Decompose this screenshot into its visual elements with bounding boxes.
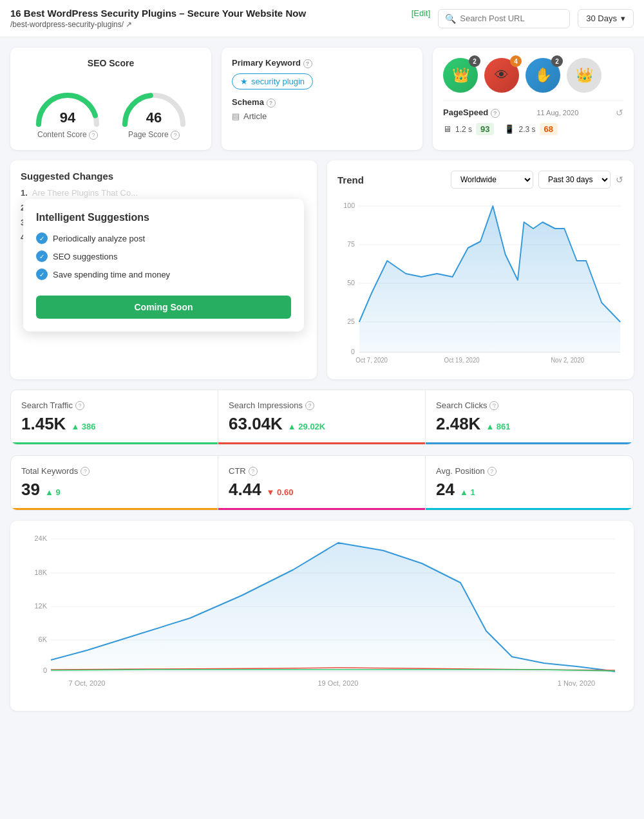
traffic-label: Search Traffic ? xyxy=(21,400,207,410)
list-item: 1. Are There Plugins That Co... xyxy=(21,188,307,198)
search-icon: 🔍 xyxy=(445,14,456,24)
ctr-info-icon[interactable]: ? xyxy=(249,467,258,476)
svg-text:Nov 2, 2020: Nov 2, 2020 xyxy=(551,357,585,364)
page-score-info-icon[interactable]: ? xyxy=(171,131,180,140)
content-score-info-icon[interactable]: ? xyxy=(89,131,98,140)
svg-text:7 Oct, 2020: 7 Oct, 2020 xyxy=(69,679,106,687)
svg-marker-29 xyxy=(51,543,615,672)
stat-position: Avg. Position ? 24 ▲ 1 xyxy=(426,456,633,510)
pk-info-icon[interactable]: ? xyxy=(303,59,312,68)
coming-soon-button[interactable]: Coming Soon xyxy=(36,296,291,319)
seo-score-title: SEO Score xyxy=(88,58,134,68)
pagespeed-date: 11 Aug, 2020 xyxy=(536,109,578,117)
edit-button[interactable]: [Edit] xyxy=(412,8,431,18)
svg-text:24K: 24K xyxy=(34,534,47,542)
position-delta: ▲ 1 xyxy=(460,487,475,497)
clicks-label: Search Clicks ? xyxy=(436,400,623,410)
days-dropdown[interactable]: 30 Days ▾ xyxy=(578,9,634,28)
desktop-time: 1.2 s xyxy=(455,125,472,134)
badge-blue[interactable]: ✋ 2 xyxy=(526,58,560,93)
pagespeed-title: PageSpeed ? xyxy=(443,108,500,118)
stat-impressions: Search Impressions ? 63.04K ▲ 29.02K xyxy=(218,390,426,444)
svg-text:18K: 18K xyxy=(34,569,47,576)
schema-label: Schema ? xyxy=(232,97,412,108)
position-info-icon[interactable]: ? xyxy=(488,467,497,476)
check-icon-2: ✓ xyxy=(36,250,48,262)
impressions-label: Search Impressions ? xyxy=(229,400,415,410)
trend-chart: 100 75 50 25 0 Oct 7, 2020 Oct 19, 2020 … xyxy=(337,196,623,364)
schema-value: ▤ Article xyxy=(232,111,412,121)
schema-section: Schema ? ▤ Article xyxy=(232,97,412,121)
seo-score-card: SEO Score 94 Content Score ? xyxy=(10,48,211,150)
pagespeed-refresh-icon[interactable]: ↺ xyxy=(616,108,623,118)
suggested-changes-card: Suggested Changes 1. Are There Plugins T… xyxy=(10,160,317,379)
schema-info-icon[interactable]: ? xyxy=(267,99,276,108)
top-row: SEO Score 94 Content Score ? xyxy=(10,48,634,150)
desktop-score: 93 xyxy=(476,123,494,135)
worldwide-dropdown[interactable]: Worldwide United States United Kingdom xyxy=(451,171,533,189)
clicks-info-icon[interactable]: ? xyxy=(489,401,498,410)
badge-gray[interactable]: 👑 xyxy=(567,58,601,93)
svg-text:1 Nov, 2020: 1 Nov, 2020 xyxy=(558,679,596,687)
page-score-label: Page Score ? xyxy=(128,130,180,140)
svg-text:6K: 6K xyxy=(39,635,48,643)
badge-count-blue: 2 xyxy=(551,55,563,67)
intelligent-suggestions-overlay: Intelligent Suggestions ✓ Periodically a… xyxy=(23,199,304,332)
content-score-label: Content Score ? xyxy=(37,130,98,140)
chevron-down-icon: ▾ xyxy=(621,14,625,23)
score-gauges: 94 Content Score ? 46 Page Score xyxy=(32,76,189,140)
schema-icon: ▤ xyxy=(232,111,240,121)
keywords-label: Total Keywords ? xyxy=(21,466,207,476)
svg-text:25: 25 xyxy=(347,317,355,325)
pagespeed-info-icon[interactable]: ? xyxy=(491,109,500,118)
stats-row-2: Total Keywords ? 39 ▲ 9 CTR ? 4.44 ▼ 0.6… xyxy=(10,455,634,511)
svg-text:0: 0 xyxy=(43,666,47,674)
check-icon-3: ✓ xyxy=(36,268,48,280)
intel-item-2: ✓ SEO suggestions xyxy=(36,250,291,262)
content-score-gauge: 94 Content Score ? xyxy=(32,76,103,140)
trend-header: Trend Worldwide United States United Kin… xyxy=(337,171,623,189)
star-icon: ★ xyxy=(240,77,248,86)
badge-count-green: 2 xyxy=(469,55,480,67)
desktop-metric: 🖥 1.2 s 93 xyxy=(443,123,494,135)
search-bar: 🔍 xyxy=(438,9,570,28)
position-value: 24 ▲ 1 xyxy=(436,480,623,500)
bottom-chart-svg: 24K 18K 12K 6K 0 7 Oct, 2020 19 Oct, 202… xyxy=(21,531,623,699)
svg-text:46: 46 xyxy=(146,109,162,126)
pagespeed-row: PageSpeed ? 11 Aug, 2020 ↺ 🖥 1.2 s 93 📱 … xyxy=(443,100,623,135)
svg-text:Oct 19, 2020: Oct 19, 2020 xyxy=(444,357,480,364)
search-input[interactable] xyxy=(460,14,563,23)
mobile-icon: 📱 xyxy=(504,124,515,134)
mobile-time: 2.3 s xyxy=(518,125,535,134)
stat-keywords: Total Keywords ? 39 ▲ 9 xyxy=(11,456,218,510)
pagespeed-metrics: 🖥 1.2 s 93 📱 2.3 s 68 xyxy=(443,123,623,135)
ctr-value: 4.44 ▼ 0.60 xyxy=(229,480,415,500)
trend-chart-svg: 100 75 50 25 0 Oct 7, 2020 Oct 19, 2020 … xyxy=(337,196,623,364)
svg-text:Oct 7, 2020: Oct 7, 2020 xyxy=(355,357,388,364)
badge-count-red: 4 xyxy=(510,55,522,67)
badge-green[interactable]: 👑 2 xyxy=(443,58,478,93)
pagespeed-header: PageSpeed ? 11 Aug, 2020 ↺ xyxy=(443,108,623,118)
intel-item-3: ✓ Save spending time and money xyxy=(36,268,291,280)
impressions-info-icon[interactable]: ? xyxy=(305,401,314,410)
svg-text:94: 94 xyxy=(60,109,76,126)
page-title: 16 Best WordPress Security Plugins – Sec… xyxy=(10,8,405,19)
trend-refresh-icon[interactable]: ↺ xyxy=(616,174,623,185)
badge-red[interactable]: 👁 4 xyxy=(484,58,519,93)
period-dropdown[interactable]: Past 30 days Past 7 days Past 90 days xyxy=(538,171,611,189)
position-label: Avg. Position ? xyxy=(436,466,623,476)
keyword-badge[interactable]: ★ security plugin xyxy=(232,73,313,89)
keywords-info-icon[interactable]: ? xyxy=(80,467,90,476)
keywords-value: 39 ▲ 9 xyxy=(21,480,207,500)
trend-title: Trend xyxy=(337,174,446,185)
svg-text:50: 50 xyxy=(347,279,355,287)
intel-title: Intelligent Suggestions xyxy=(36,212,291,223)
svg-text:75: 75 xyxy=(347,240,355,248)
trend-card: Trend Worldwide United States United Kin… xyxy=(327,160,634,379)
svg-marker-15 xyxy=(359,206,620,352)
traffic-value: 1.45K ▲ 386 xyxy=(21,414,207,434)
traffic-info-icon[interactable]: ? xyxy=(75,401,84,410)
svg-text:0: 0 xyxy=(351,348,355,355)
traffic-delta: ▲ 386 xyxy=(71,422,95,431)
badge-icons-row: 👑 2 👁 4 ✋ 2 👑 xyxy=(443,58,623,93)
